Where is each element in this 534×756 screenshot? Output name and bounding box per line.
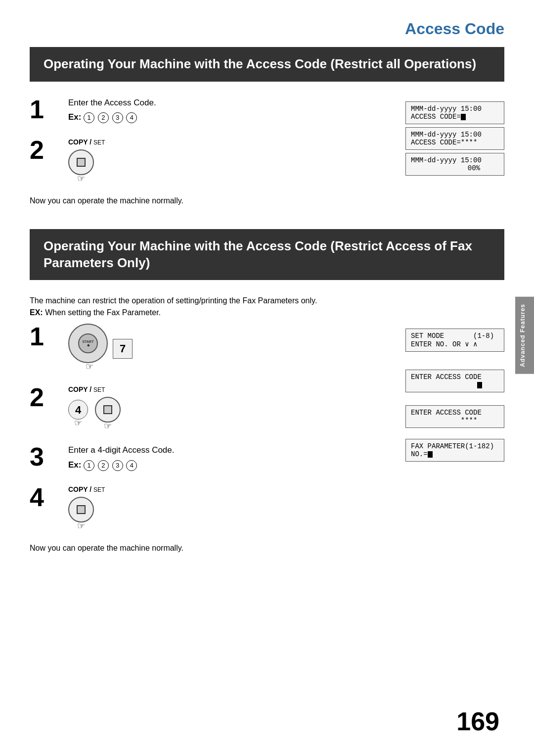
sidebar-label: Advanced Features [519, 304, 526, 367]
s2-step3-number: 3 [30, 444, 59, 470]
ex-bold: EX: [30, 308, 43, 317]
set-label: SET [93, 139, 105, 146]
s2-step3-content: Enter a 4-digit Access Code. Ex: 1 2 3 4 [68, 444, 396, 471]
s2-copy-set-area2: COPY / SET ☞ [68, 484, 396, 533]
s2-circle-1: 1 [84, 460, 94, 471]
lcd1-display1: MMM-dd-yyyy 15:00 ACCESS CODE= [405, 101, 504, 124]
lcd2-display1: SET MODE (1-8) ENTER NO. OR ∨ ∧ [405, 329, 504, 352]
copy-set-button-area: ☞ [68, 149, 94, 186]
section1-step2: 2 COPY / SET ☞ [30, 137, 396, 186]
step1-content: Enter the Access Code. Ex: 1 2 3 4 [68, 96, 396, 124]
s2-circle-2: 2 [98, 460, 109, 471]
lcd2-display3: ENTER ACCESS CODE **** [405, 405, 504, 428]
key4-finger: ☞ [74, 417, 82, 430]
s2-step1-number: 1 [30, 324, 59, 349]
section2-steps: 1 START◆ ☞ [30, 324, 396, 567]
wheel-inner: START◆ [78, 333, 98, 353]
section2-step3: 3 Enter a 4-digit Access Code. Ex: 1 2 3… [30, 444, 396, 473]
lcd2-display4: FAX PARAMETER(1-182) NO.= [405, 439, 504, 462]
s2-copy-set-label: COPY / SET [68, 384, 396, 395]
section2-header: Operating Your Machine with the Access C… [30, 229, 504, 281]
s2-step2-icons: 4 ☞ ☞ [68, 397, 396, 433]
section2-step2: 2 COPY / SET 4 ☞ ☞ [30, 384, 396, 433]
s2-step4-content: COPY / SET ☞ [68, 484, 396, 533]
copy-set-btn2-area: ☞ [95, 397, 121, 433]
section1-steps: 1 Enter the Access Code. Ex: 1 2 3 4 2 [30, 96, 396, 219]
s2-step1-content: START◆ ☞ 7 [68, 324, 396, 374]
s2-step2-number: 2 [30, 384, 59, 410]
circle-1: 1 [84, 112, 94, 123]
step1-instruction: Enter the Access Code. [68, 96, 396, 109]
key4-area: 4 ☞ [68, 400, 88, 430]
copy-set-area: COPY / SET ☞ [68, 137, 396, 186]
page-title: Access Code [30, 20, 504, 38]
section1-header: Operating Your Machine with the Access C… [30, 47, 504, 82]
step2-number: 2 [30, 137, 59, 163]
s2-step4-number: 4 [30, 484, 59, 510]
section1-step1: 1 Enter the Access Code. Ex: 1 2 3 4 [30, 96, 396, 126]
lcd1-display2: MMM-dd-yyyy 15:00 ACCESS CODE=**** [405, 127, 504, 150]
wheel-area: START◆ ☞ 7 [68, 324, 396, 374]
ex-label: Ex: [68, 112, 81, 122]
key-7: 7 [113, 339, 133, 359]
section1-lcd: MMM-dd-yyyy 15:00 ACCESS CODE= MMM-dd-yy… [396, 101, 504, 179]
s2-set-label: SET [93, 386, 105, 393]
section2-now-operate: Now you can operate the machine normally… [30, 544, 396, 553]
section2-content: 1 START◆ ☞ [30, 324, 504, 567]
button-inner3 [77, 505, 86, 514]
section2-step4: 4 COPY / SET ☞ [30, 484, 396, 533]
lcd1-display3: MMM-dd-yyyy 15:00 00% [405, 153, 504, 176]
section1-now-operate: Now you can operate the machine normally… [30, 196, 396, 205]
circle-2: 2 [98, 112, 109, 123]
step1-number: 1 [30, 96, 59, 122]
s2-step3-instruction: Enter a 4-digit Access Code. [68, 444, 396, 457]
circle-3: 3 [112, 112, 123, 123]
copy-set-label: COPY / SET [68, 137, 105, 147]
s2-ex-label: Ex: [68, 460, 81, 470]
s2-copy-set-label2: COPY / SET [68, 484, 105, 495]
copy-set-button2 [95, 397, 121, 423]
ex-detail: When setting the Fax Parameter. [45, 308, 161, 317]
section2-lcd: SET MODE (1-8) ENTER NO. OR ∨ ∧ ENTER AC… [396, 329, 504, 465]
page-number: 169 [456, 707, 499, 736]
control-wheel: START◆ [68, 324, 108, 363]
section2-description: The machine can restrict the operation o… [30, 295, 504, 319]
s2-step2-content: COPY / SET 4 ☞ ☞ [68, 384, 396, 433]
wheel-with-finger: START◆ ☞ [68, 324, 111, 374]
s2-set-label2: SET [93, 486, 105, 493]
s2-circle-3: 3 [112, 460, 123, 471]
button-inner [77, 158, 86, 167]
step2-content: COPY / SET ☞ [68, 137, 396, 186]
section2-step1: 1 START◆ ☞ [30, 324, 396, 374]
copy-set-button3 [68, 497, 94, 522]
step1-ex: Ex: 1 2 3 4 [68, 111, 396, 124]
circle-4: 4 [126, 112, 137, 123]
s2-circle-4: 4 [126, 460, 137, 471]
lcd2-display2: ENTER ACCESS CODE [405, 370, 504, 392]
copy-set-button [68, 149, 94, 175]
copy-set-btn3-area: ☞ [68, 497, 94, 533]
wheel-labels: START◆ [83, 340, 94, 347]
button-inner2 [103, 405, 112, 414]
desc-text: The machine can restrict the operation o… [30, 296, 317, 305]
sidebar-tab: Advanced Features [515, 297, 534, 374]
section1-content: 1 Enter the Access Code. Ex: 1 2 3 4 2 [30, 96, 504, 219]
s2-step3-ex: Ex: 1 2 3 4 [68, 459, 396, 472]
